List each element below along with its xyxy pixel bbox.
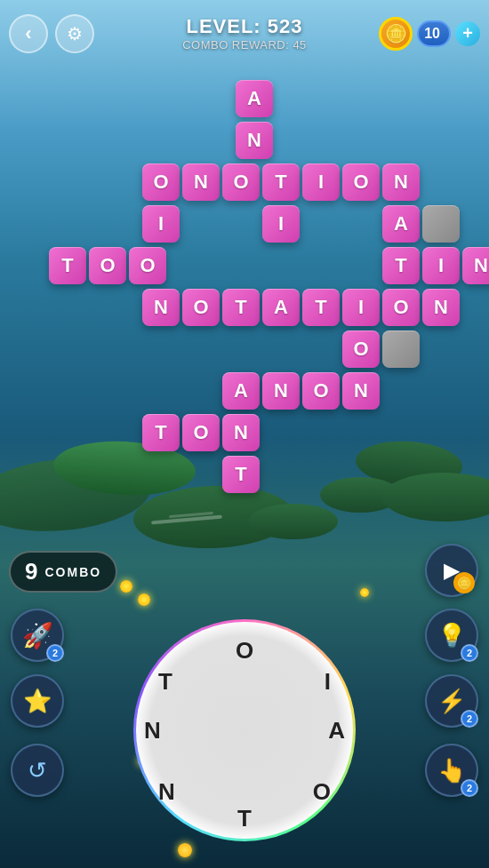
tile-O-2-5: O xyxy=(222,163,260,201)
wheel-letter-T-topleft[interactable]: T xyxy=(158,668,172,696)
star-button[interactable]: ⭐ xyxy=(11,674,64,728)
lightning-button[interactable]: ⚡ 2 xyxy=(425,674,478,728)
wheel-letter-N-bottomleft[interactable]: N xyxy=(158,778,175,806)
video-reward-button[interactable]: ▶ 🪙 xyxy=(425,544,478,597)
hand-icon: 👆 xyxy=(437,757,466,784)
tile-O-2-8: O xyxy=(342,163,380,201)
tile-I-3-6: I xyxy=(262,205,300,243)
header-center: LEVEL: 523 COMBO REWARD: 45 xyxy=(182,15,307,52)
back-icon: ‹ xyxy=(25,22,31,45)
tile-O-5-4: O xyxy=(182,289,220,326)
wheel-letter-O-bottomright[interactable]: O xyxy=(313,778,331,806)
tile-T-9-5: T xyxy=(222,456,260,493)
refresh-icon: ↺ xyxy=(28,757,47,784)
lightbulb-icon: 💡 xyxy=(437,622,466,649)
lightning-badge: 2 xyxy=(461,710,478,728)
tile-T-4-9: T xyxy=(382,247,420,284)
tile-gray-6-9 xyxy=(382,330,420,368)
star-icon: ⭐ xyxy=(23,688,52,715)
header-right: 🪙 10 + xyxy=(379,17,480,51)
tile-N-8-5: N xyxy=(222,414,260,451)
tile-A-3-9: A xyxy=(382,205,420,243)
tile-O-5-9: O xyxy=(382,289,420,326)
wheel-letter-N-left[interactable]: N xyxy=(144,717,161,745)
back-button[interactable]: ‹ xyxy=(9,14,48,53)
bottom-panel: 9 COMBO ▶ 🪙 💡 2 ⚡ 2 👆 2 🚀 2 ⭐ ↺ xyxy=(0,539,489,868)
cursor-badge: 2 xyxy=(461,779,478,797)
wheel-letter-T-bottom[interactable]: T xyxy=(237,805,252,832)
rocket-button[interactable]: 🚀 2 xyxy=(11,609,64,662)
cursor-button[interactable]: 👆 2 xyxy=(425,744,478,797)
tile-I-5-8: I xyxy=(342,289,380,326)
tile-N-2-9: N xyxy=(382,163,420,201)
tile-N-2-4: N xyxy=(182,163,220,201)
tile-N-7-6: N xyxy=(262,372,300,410)
combo-label: COMBO xyxy=(44,565,101,579)
tile-I-4-10: I xyxy=(422,247,460,284)
add-coins-button[interactable]: + xyxy=(455,21,480,46)
gear-icon: ⚙ xyxy=(67,23,83,44)
tile-T-2-6: T xyxy=(262,163,300,201)
hint-button[interactable]: 💡 2 xyxy=(425,609,478,662)
tile-O-4-1: O xyxy=(89,247,126,284)
combo-number: 9 xyxy=(25,558,37,585)
settings-button[interactable]: ⚙ xyxy=(55,14,94,53)
tile-T-5-7: T xyxy=(302,289,340,326)
tile-O-2-3: O xyxy=(142,163,180,201)
tile-T-4-0: T xyxy=(49,247,86,284)
tile-gray-3-10 xyxy=(422,205,460,243)
tile-O-8-4: O xyxy=(182,414,220,451)
lightning-icon: ⚡ xyxy=(437,688,466,715)
wheel-letter-I-topright[interactable]: I xyxy=(325,668,331,696)
tile-O-7-7: O xyxy=(302,372,340,410)
tile-N-7-8: N xyxy=(342,372,380,410)
combo-reward-label: COMBO REWARD: 45 xyxy=(182,38,307,52)
tile-N-5-3: N xyxy=(142,289,180,326)
wheel-letter-O-top[interactable]: O xyxy=(236,637,253,665)
refresh-button[interactable]: ↺ xyxy=(11,744,64,797)
tile-N-4-11: N xyxy=(462,247,489,284)
letter-wheel[interactable]: O I A O T N N T xyxy=(133,619,356,841)
tile-A-0-5: A xyxy=(236,80,273,117)
coin-icon: 🪙 xyxy=(379,17,413,51)
tile-I-2-7: I xyxy=(302,163,340,201)
tile-O-4-2: O xyxy=(129,247,166,284)
header: ‹ ⚙ LEVEL: 523 COMBO REWARD: 45 🪙 10 + xyxy=(0,0,489,67)
wheel-letter-A-right[interactable]: A xyxy=(328,717,345,745)
tile-T-5-5: T xyxy=(222,289,260,326)
tile-A-5-6: A xyxy=(262,289,300,326)
tile-O-6-8: O xyxy=(342,330,380,368)
level-title: LEVEL: 523 xyxy=(182,15,307,38)
tile-N-5-10: N xyxy=(422,289,460,326)
combo-badge: 9 COMBO xyxy=(9,551,117,593)
coin-value: 10 xyxy=(424,26,440,42)
tile-A-7-5: A xyxy=(222,372,260,410)
rocket-icon: 🚀 xyxy=(22,621,53,650)
hint-badge: 2 xyxy=(461,644,478,662)
tile-I-3-3: I xyxy=(142,205,180,243)
tile-T-8-3: T xyxy=(142,414,180,451)
rocket-badge: 2 xyxy=(46,644,64,662)
tile-N-1-5: N xyxy=(236,122,273,159)
header-left-controls: ‹ ⚙ xyxy=(9,14,94,53)
coin-count: 10 xyxy=(417,20,451,47)
